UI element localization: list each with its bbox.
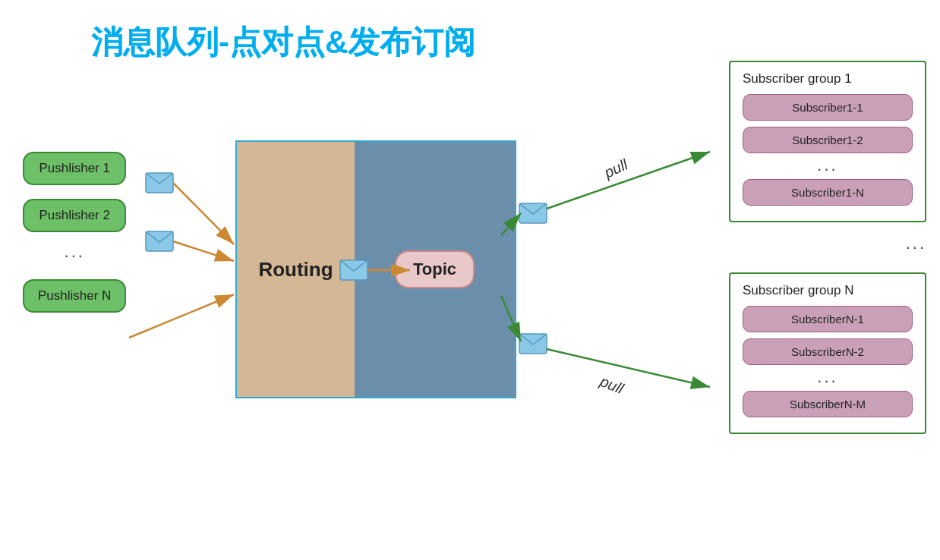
publisher-2: Pushlisher 2 bbox=[23, 199, 126, 232]
publisher-n: Pushlisher N bbox=[23, 279, 126, 313]
svg-line-12 bbox=[547, 152, 710, 209]
svg-line-6 bbox=[173, 241, 234, 261]
envelope-publisher-2 bbox=[146, 231, 173, 251]
pull-label-bottom: pull bbox=[597, 373, 626, 398]
subscriber-n-m: SubscriberN-M bbox=[743, 391, 913, 417]
publisher-1: Pushlisher 1 bbox=[23, 152, 126, 185]
subscriber-n-1: SubscriberN-1 bbox=[743, 306, 913, 332]
subscriber-1-n: Subscriber1-N bbox=[743, 179, 913, 206]
envelope-topic-out-2 bbox=[519, 334, 547, 354]
envelope-topic-out-1 bbox=[519, 203, 547, 223]
group-1-title: Subscriber group 1 bbox=[743, 71, 913, 87]
subscriber-n-dots: ··· bbox=[743, 371, 913, 391]
subscriber-1-dots: ··· bbox=[743, 159, 913, 179]
envelope-publisher-1 bbox=[146, 173, 173, 193]
routing-topic-container: Routing Topic bbox=[235, 140, 516, 398]
svg-rect-10 bbox=[519, 203, 547, 223]
svg-rect-13 bbox=[519, 334, 547, 354]
page-title: 消息队列-点对点&发布订阅 bbox=[91, 21, 475, 64]
publishers-area: Pushlisher 1 Pushlisher 2 ··· Pushlisher… bbox=[23, 152, 126, 313]
topic-half: Topic bbox=[355, 142, 515, 397]
publisher-dots: ··· bbox=[23, 246, 126, 266]
svg-line-4 bbox=[173, 183, 234, 244]
subscriber-group-1: Subscriber group 1 Subscriber1-1 Subscri… bbox=[729, 61, 926, 222]
pull-label-top: pull bbox=[601, 156, 630, 181]
routing-label: Routing bbox=[237, 142, 355, 397]
subscriber-n-2: SubscriberN-2 bbox=[743, 338, 913, 365]
svg-line-7 bbox=[129, 294, 234, 338]
subscriber-groups-area: Subscriber group 1 Subscriber1-1 Subscri… bbox=[729, 61, 926, 434]
topic-pill: Topic bbox=[395, 250, 475, 288]
subscriber-group-n: Subscriber group N SubscriberN-1 Subscri… bbox=[729, 272, 926, 434]
svg-rect-5 bbox=[146, 231, 173, 251]
group-n-title: Subscriber group N bbox=[743, 283, 913, 298]
svg-line-15 bbox=[547, 349, 710, 387]
subscriber-1-1: Subscriber1-1 bbox=[743, 94, 913, 121]
between-groups-dots: ··· bbox=[906, 238, 926, 257]
subscriber-1-2: Subscriber1-2 bbox=[743, 127, 913, 153]
svg-rect-3 bbox=[146, 173, 173, 193]
